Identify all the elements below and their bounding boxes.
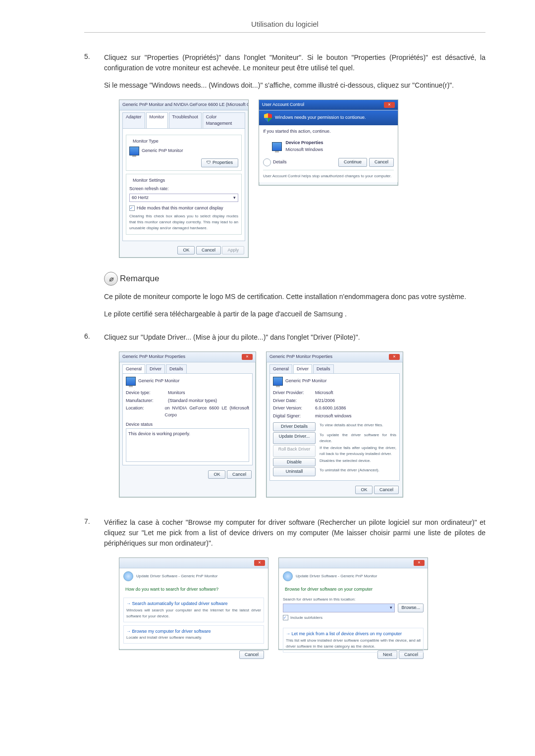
provider-value: Microsoft [315, 390, 333, 397]
close-icon[interactable]: × [389, 354, 400, 360]
browse-button[interactable]: Browse... [398, 604, 424, 612]
monitor-name: Generic PnP Monitor [142, 148, 183, 153]
ok-button[interactable]: OK [177, 246, 195, 255]
monitor-icon [272, 142, 282, 151]
remark-p2: Le pilote certifié sera téléchargeable à… [104, 309, 485, 319]
monitor-icon [273, 377, 283, 386]
monitor-dialog-title: Generic PnP Monitor and NVIDIA GeForce 6… [122, 101, 248, 108]
include-subfolders-label: Include subfolders [290, 615, 322, 620]
tab-general[interactable]: General [269, 364, 292, 374]
uac-dialog: User Account Control × Windows needs you… [259, 100, 398, 186]
chevron-down-icon: ▾ [233, 195, 236, 202]
back-icon[interactable] [283, 571, 293, 581]
uninstall-button[interactable]: Uninstall [273, 467, 316, 476]
close-icon[interactable]: × [242, 354, 253, 360]
step-7-number: 7. [84, 517, 104, 664]
devtype-label: Device type: [126, 390, 168, 397]
update-driver-button[interactable]: Update Driver... [273, 432, 316, 444]
provider-label: Driver Provider: [273, 390, 315, 397]
chevron-down-icon[interactable] [263, 158, 271, 166]
disable-button[interactable]: Disable [273, 458, 316, 467]
tab-monitor[interactable]: Monitor [146, 112, 168, 128]
uac-headline: Windows needs your permission to contion… [275, 114, 366, 121]
tab-details[interactable]: Details [313, 364, 334, 374]
step-6-number: 6. [84, 332, 104, 511]
mfr-value: (Standard monitor types) [168, 398, 217, 404]
hide-modes-checkbox[interactable] [129, 205, 135, 211]
hide-modes-help: Clearing this check box allows you to se… [129, 213, 238, 231]
disable-help: Disables the selected device. [320, 458, 396, 467]
update1-question: How do you want to search for driver sof… [125, 586, 264, 593]
close-icon[interactable]: × [384, 102, 395, 108]
properties-button[interactable]: 🛡 Properties [201, 158, 238, 167]
refresh-rate-select[interactable]: 60 Hertz ▾ [129, 194, 238, 202]
signer-label: Digital Signer: [273, 413, 315, 420]
details-toggle[interactable]: Details [273, 159, 338, 166]
close-icon[interactable]: × [254, 560, 265, 566]
step-5-number: 5. [84, 52, 104, 326]
tab-details[interactable]: Details [166, 364, 187, 374]
step-6-p1: Cliquez sur "Update Driver... (Mise à jo… [104, 332, 485, 343]
cancel-button[interactable]: Cancel [374, 486, 399, 495]
update1-opt2-help: Locate and install driver software manua… [126, 635, 261, 641]
uac-if-started: If you started this action, continue. [263, 128, 394, 135]
uac-help: User Account Control helps stop unauthor… [263, 173, 394, 179]
monitor-dialog: Generic PnP Monitor and NVIDIA GeForce 6… [119, 100, 249, 258]
monitor-icon [129, 147, 139, 155]
uac-ms-windows: Microsoft Windows [286, 147, 323, 152]
tab-driver[interactable]: Driver [146, 364, 165, 374]
cancel-button[interactable]: Cancel [227, 470, 252, 479]
cancel-button[interactable]: Cancel [369, 158, 394, 167]
monitor-icon [126, 377, 136, 386]
driver-details-button[interactable]: Driver Details [273, 422, 316, 431]
apply-button[interactable]: Apply [222, 246, 244, 255]
date-label: Driver Date: [273, 398, 315, 404]
update1-opt1-help: Windows will search your computer and th… [126, 607, 261, 619]
update1-opt2[interactable]: → Browse my computer for driver software… [123, 625, 264, 644]
tab-color-management[interactable]: Color Management [203, 112, 245, 128]
cancel-button[interactable]: Cancel [196, 246, 221, 255]
step-5-p2: Si le message "Windows needs... (Windows… [104, 80, 485, 91]
rollback-driver-help: If the device fails after updating the d… [320, 445, 396, 457]
tab-driver[interactable]: Driver [293, 364, 312, 374]
update2-breadcrumb: Update Driver Software - Generic PnP Mon… [296, 574, 377, 578]
remark-p1: Ce pilote de moniteur comporte le logo M… [104, 292, 485, 302]
update-driver-2-dialog: × Update Driver Software - Generic PnP M… [278, 557, 428, 650]
update1-opt1[interactable]: → Search automatically for updated drive… [123, 598, 264, 622]
props-driver-title: Generic PnP Monitor Properties [269, 353, 332, 360]
props-general-dialog: Generic PnP Monitor Properties × General… [119, 352, 256, 498]
page-title: Utilisation du logiciel [84, 20, 485, 33]
monitor-type-label: Monitor Type [131, 138, 160, 145]
remark-label: Remarque [120, 272, 159, 285]
tab-adapter[interactable]: Adapter [122, 112, 145, 128]
loc-label: Location: [126, 405, 165, 418]
update-driver-1-dialog: × Update Driver Software - Generic PnP M… [119, 557, 268, 650]
shield-icon [264, 113, 272, 122]
update2-pick-option[interactable]: → Let me pick from a list of device driv… [283, 628, 424, 653]
driver-details-help: To view details about the driver files. [320, 422, 396, 431]
back-icon[interactable] [123, 571, 133, 581]
cancel-button[interactable]: Cancel [239, 651, 264, 659]
ok-button[interactable]: OK [208, 470, 225, 479]
note-icon: ⌀ [104, 272, 118, 286]
date-value: 6/21/2006 [315, 398, 335, 404]
include-subfolders-checkbox[interactable] [283, 615, 288, 620]
uninstall-help: To uninstall the driver (Advanced). [320, 467, 396, 476]
device-status-box: This device is working properly. [126, 428, 249, 462]
props-driver-dialog: Generic PnP Monitor Properties × General… [266, 352, 403, 498]
monitor-settings-label: Monitor Settings [131, 177, 166, 184]
tab-general[interactable]: General [122, 364, 145, 374]
location-input[interactable]: ▾ [283, 604, 395, 612]
update2-search-loc-label: Search for driver software in this locat… [283, 597, 424, 603]
rollback-driver-button[interactable]: Roll Back Driver [273, 445, 316, 457]
devtype-value: Monitors [168, 390, 185, 397]
props-name: Generic PnP Monitor [138, 378, 179, 383]
step-7-p1: Vérifiez la case à cocher "Browse my com… [104, 517, 485, 549]
close-icon[interactable]: × [414, 560, 425, 566]
tab-troubleshoot[interactable]: Troubleshoot [169, 112, 202, 128]
hide-modes-label: Hide modes that this monitor cannot disp… [137, 205, 223, 210]
ok-button[interactable]: OK [355, 486, 373, 495]
continue-button[interactable]: Continue [338, 158, 367, 167]
props-general-title: Generic PnP Monitor Properties [122, 353, 185, 360]
uac-device-properties: Device Properties [286, 140, 323, 145]
